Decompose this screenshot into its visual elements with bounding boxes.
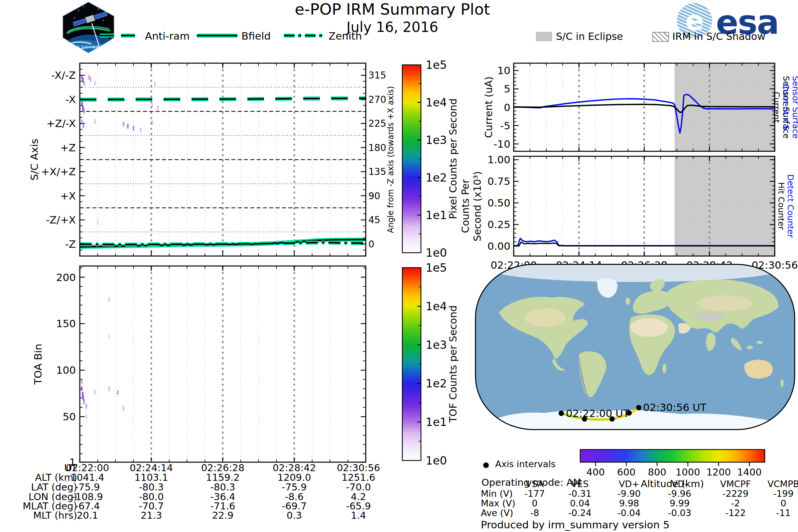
series-anti-ram [80,98,366,100]
legend-zenith-label: Zenith [328,30,362,42]
eph-cell: 02:24:14 [116,463,186,473]
bfield-line-sample [195,33,239,39]
volt-cell: -2229 [713,489,758,498]
colorbar-tick-label: 1e4 [425,300,447,313]
eph-cell: 02:30:56 [324,463,393,473]
colorbar-tick-label: 1e1 [425,415,447,429]
counts-tick-label: 1.00 [488,154,510,166]
angle-tick-label: 180 [368,142,386,153]
volt-cell: -0.24 [557,508,603,518]
volt-cell: -122 [713,508,758,518]
cassiope-patch: CASSIOPE [58,1,118,54]
volt-cell: -8 [512,508,557,518]
altitude-tick-label: 600 [617,467,635,478]
angle-axis-label: Angle from -Z axis (towards +X axis) [386,63,396,256]
table-row: UT 02:22:00 02:24:14 02:26:28 02:28:42 0… [0,463,406,473]
world-map: 02:22:00 UT02:30:56 UT [475,258,795,430]
colorbar-tick-label: 1e3 [425,133,447,147]
track-start-time-label: 02:22:00 UT [566,407,630,419]
axis-intervals-label: Axis intervals [495,459,556,469]
volt-cell: -0.04 [607,508,652,518]
volt-cell: -9.90 [607,489,652,498]
track-interval-dot [636,405,641,410]
colorbar-tick-label: 1e3 [425,338,447,352]
pixel-colorbar-label: Pixel Counts per Second [447,65,459,253]
volt-cell: 0 [761,499,798,508]
track-interval-dot [558,411,564,416]
toa-ylabel: TOA Bin [32,266,44,462]
current-ylabel: Current (uA) [483,63,494,151]
colorbar-tick-label: 1e5 [425,58,447,72]
sc-axis-band-label: +Z/-X [46,117,76,129]
volt-cell: -0.31 [557,489,603,498]
legend-shadow-label: IRM in S/C Shadow [672,31,765,42]
track-end-time-label: 02:30:56 UT [643,401,707,413]
tof-colorbar-label: TOF Counts per Second [447,268,459,460]
sc-axis-band-label: +X [60,190,76,202]
altitude-tick-label: 800 [648,467,666,478]
volt-header: VES [557,479,603,489]
volt-cell: 0.04 [557,499,603,508]
table-row: Max (V) 0 0.04 9.98 9.99 -2 0 [0,499,798,508]
angle-tick-label: 270 [368,94,386,105]
colorbar-tick-label: 1e4 [425,96,447,109]
angle-tick-label: 135 [368,166,386,177]
colorbar-tick-label: 1e5 [425,261,447,274]
counts-tick-label: 0.25 [488,218,510,230]
sc-axis-band-label: -Z/+X [46,214,76,226]
volt-cell: -2 [713,499,758,508]
shadow-hatch-swatch [652,32,669,42]
altitude-tick-label: 1000 [676,467,700,478]
legend-eclipse-label: S/C in Eclipse [556,31,623,42]
volt-header: VMCPF [713,479,758,489]
altitude-tick-label: 1200 [706,467,731,478]
legend-antiram-label: Anti-ram [145,30,190,42]
map-art: 02:22:00 UT02:30:56 UT [475,258,795,430]
title-block: e-POP IRM Summary Plot July 16, 2016 [220,0,565,35]
angle-tick-label: 90 [368,191,380,202]
volt-header: VD+ [607,479,652,489]
legend-bfield-label: Bfield [241,30,271,42]
pixel-colorbar: 1e51e41e31e21e11e0 [402,58,447,259]
counts-ylabel-line2: Second (x10³) [472,156,483,256]
volt-cell: -0.03 [657,508,702,518]
counts-tick-label: 0.50 [488,197,510,209]
table-row: Min (V) -177 -0.31 -9.90 -9.96 -2229 -19… [0,489,798,498]
volt-cell: -199 [761,489,798,498]
axis-intervals-legend: ●Axis intervals [483,459,556,469]
angle-tick-label: 0 [368,239,374,250]
volt-cell: -177 [512,489,557,498]
page-subtitle-date: July 16, 2016 [220,19,565,35]
hit-counter-label: Hit Counter [777,156,786,256]
current-tick-label: -5 [500,120,510,132]
antiram-line-sample [98,33,141,39]
produced-by-text: Produced by irm_summary version 5 [481,519,670,531]
toa-bin-plot: 200150100501 [56,266,366,468]
eph-cell: 02:26:28 [188,463,258,473]
toa-tick-label: 150 [56,318,76,329]
altitude-colorbar: 400600800100012001400 [580,450,765,478]
eph-cell: 02:22:00 [53,463,122,473]
colorbar-tick-label: 1e2 [425,377,447,390]
table-row: VSA VES VD+ VD- VMCPF VCMPB [0,479,798,489]
current-tick-label: 0 [504,101,510,113]
sc-axis-plot: -X/-Z315-X270+Z/-X225+Z180+X/+Z135+X90-Z… [41,63,386,256]
sc-axis-ylabel: S/C Axis [28,63,41,256]
current-tick-label: 5 [504,83,510,95]
volt-header: VSA [512,479,557,489]
volt-header: VD- [657,479,702,489]
colorbar-tick-label: 1e1 [425,208,447,222]
page-title: e-POP IRM Summary Plot [220,0,565,18]
plots-canvas: -X/-Z315-X270+Z/-X225+Z180+X/+Z135+X90-Z… [0,0,798,532]
counts-tick-label: 0.75 [488,175,510,187]
volt-header: VCMPB [761,479,798,489]
volt-cell: 9.98 [607,499,652,508]
sc-axis-band-label: +X/+Z [41,166,76,177]
tof-count-specks [81,297,125,419]
detect-counter-label: Detect Counter [786,156,795,256]
volt-cell: -11 [761,508,798,518]
toa-tick-label: 100 [56,364,76,376]
sensor-surface-current-x5-label: Sensor Surface Current x 5 [786,63,795,151]
table-row: Ave (V) -8 -0.24 -0.04 -0.03 -122 -11 [0,508,798,518]
altitude-tick-label: 400 [587,467,605,478]
